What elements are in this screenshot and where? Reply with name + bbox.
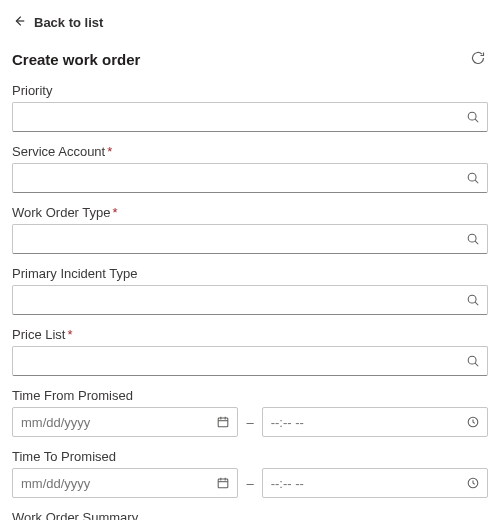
svg-rect-7 — [219, 479, 229, 488]
required-mark: * — [113, 205, 118, 220]
field-service-account: Service Account* — [12, 144, 488, 193]
field-primary-incident-type: Primary Incident Type — [12, 266, 488, 315]
service-account-label: Service Account* — [12, 144, 488, 159]
price-list-label: Price List* — [12, 327, 488, 342]
field-time-from-promised: Time From Promised – — [12, 388, 488, 437]
time-to-promised-date-input[interactable] — [12, 468, 238, 498]
priority-input[interactable] — [12, 102, 488, 132]
svg-rect-5 — [219, 418, 229, 427]
range-separator: – — [246, 415, 253, 430]
primary-incident-type-label: Primary Incident Type — [12, 266, 488, 281]
arrow-left-icon — [12, 14, 26, 31]
field-work-order-summary: Work Order Summary — [12, 510, 488, 520]
clock-icon — [466, 476, 480, 490]
time-from-promised-label: Time From Promised — [12, 388, 488, 403]
back-to-list-label: Back to list — [34, 15, 103, 30]
field-priority: Priority — [12, 83, 488, 132]
calendar-icon — [216, 476, 230, 490]
work-order-summary-label: Work Order Summary — [12, 510, 488, 520]
service-account-input[interactable] — [12, 163, 488, 193]
field-price-list: Price List* — [12, 327, 488, 376]
page-title: Create work order — [12, 51, 140, 68]
required-mark: * — [67, 327, 72, 342]
time-from-promised-time-input[interactable] — [262, 407, 488, 437]
refresh-icon — [470, 50, 486, 69]
calendar-icon — [216, 415, 230, 429]
field-time-to-promised: Time To Promised – — [12, 449, 488, 498]
clock-icon — [466, 415, 480, 429]
priority-label: Priority — [12, 83, 488, 98]
time-to-promised-time-input[interactable] — [262, 468, 488, 498]
time-from-promised-date-input[interactable] — [12, 407, 238, 437]
primary-incident-type-input[interactable] — [12, 285, 488, 315]
price-list-input[interactable] — [12, 346, 488, 376]
work-order-type-label: Work Order Type* — [12, 205, 488, 220]
back-to-list-link[interactable]: Back to list — [12, 12, 488, 49]
title-row: Create work order — [12, 49, 488, 69]
refresh-button[interactable] — [468, 49, 488, 69]
time-to-promised-label: Time To Promised — [12, 449, 488, 464]
work-order-type-input[interactable] — [12, 224, 488, 254]
range-separator: – — [246, 476, 253, 491]
field-work-order-type: Work Order Type* — [12, 205, 488, 254]
required-mark: * — [107, 144, 112, 159]
